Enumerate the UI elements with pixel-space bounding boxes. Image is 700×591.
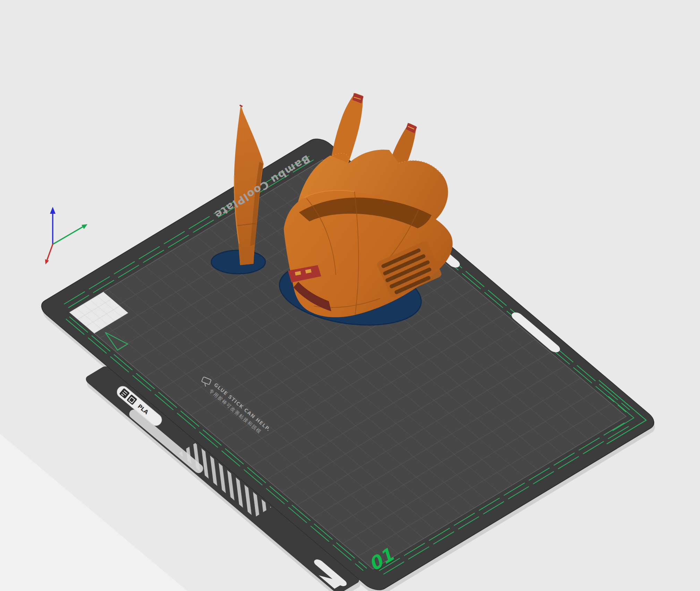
brim-fin [211, 250, 265, 274]
viewport-3d[interactable]: Bambu CoolPlate PLA GLUE STICK CAN HELP.… [0, 0, 700, 591]
